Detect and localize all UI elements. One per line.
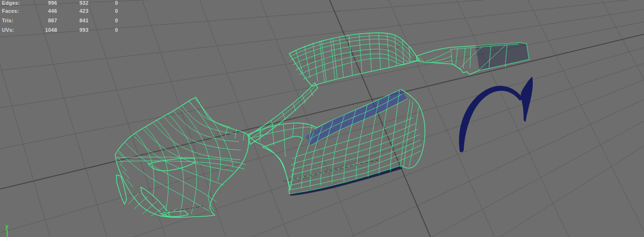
hud-value: 0 — [91, 0, 118, 6]
hud-value: 0 — [91, 18, 118, 23]
hud-value: 887 — [19, 18, 57, 23]
3d-viewport[interactable]: Edges: 996 932 0 Faces: 446 423 0 Tris: … — [0, 0, 644, 237]
hud-value: 0 — [91, 27, 118, 33]
y-axis-label: y — [5, 223, 9, 230]
hud-value: 423 — [60, 8, 88, 14]
hud-value: 446 — [19, 8, 57, 14]
hud-row-tris: Tris: 887 841 0 — [0, 18, 124, 24]
hud-row-uvs: UVs: 1048 993 0 — [0, 27, 124, 33]
hud-value: 0 — [91, 8, 118, 14]
hud-label: UVs: — [2, 27, 14, 33]
wheel-arch-curve[interactable] — [459, 76, 533, 152]
hud-value: 996 — [19, 0, 57, 6]
door-panel-mesh[interactable] — [248, 89, 425, 196]
hud-label: Tris: — [2, 18, 13, 23]
ground-grid — [0, 0, 644, 237]
hud-value: 1048 — [19, 27, 57, 33]
front-bumper-mesh[interactable] — [115, 97, 249, 218]
roof-rail-mesh[interactable] — [289, 33, 419, 86]
a-pillar-strip-mesh[interactable] — [248, 83, 318, 144]
view-axis-indicator: y — [4, 224, 18, 237]
y-axis-line — [7, 230, 8, 237]
hud-value: 841 — [60, 18, 88, 23]
viewport-scene — [0, 0, 644, 237]
hud-label: Faces: — [2, 8, 19, 14]
hud-label: Edges: — [2, 0, 20, 6]
hud-value: 932 — [60, 0, 88, 6]
canard-fin[interactable] — [117, 175, 127, 204]
rear-deck-mesh[interactable] — [417, 43, 529, 75]
hud-row-edges: Edges: 996 932 0 — [0, 0, 124, 6]
hud-value: 993 — [60, 27, 88, 33]
hud-row-faces: Faces: 446 423 0 — [0, 8, 124, 14]
